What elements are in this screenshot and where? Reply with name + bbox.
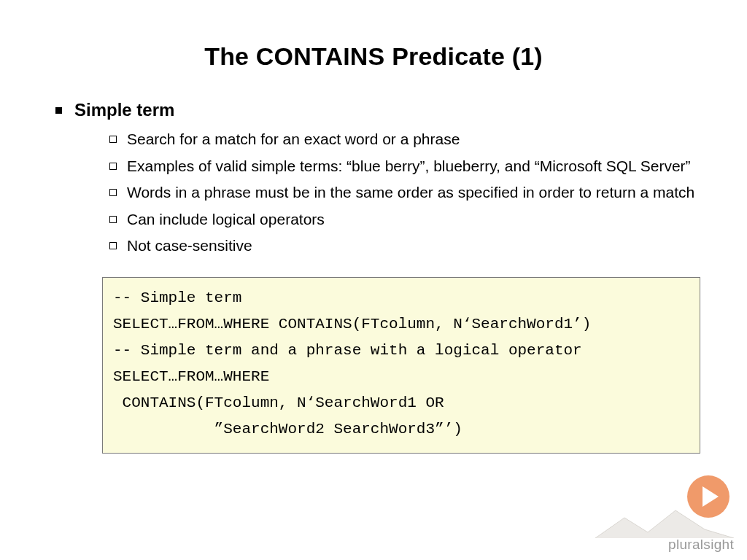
sub-bullet: Can include logical operators (105, 208, 696, 232)
sub-bullet: Words in a phrase must be in the same or… (105, 181, 696, 205)
top-bullet: Simple term Search for a match for an ex… (51, 100, 696, 258)
code-example: -- Simple term SELECT…FROM…WHERE CONTAIN… (102, 277, 700, 454)
play-icon (687, 475, 729, 518)
sub-bullet: Not case-sensitive (105, 234, 696, 258)
brand-graphic (595, 505, 734, 538)
bullet-list-top: Simple term Search for a match for an ex… (51, 100, 696, 258)
brand-name: pluralsight (595, 537, 734, 553)
bullet-list-sub: Search for a match for an exact word or … (105, 128, 696, 258)
brand-area: pluralsight (595, 505, 734, 553)
section-heading: Simple term (74, 100, 174, 120)
slide-title: The CONTAINS Predicate (1) (51, 42, 696, 71)
sub-bullet: Search for a match for an exact word or … (105, 128, 696, 152)
sub-bullet: Examples of valid simple terms: “blue be… (105, 155, 696, 179)
slide: The CONTAINS Predicate (1) Simple term S… (0, 0, 747, 560)
